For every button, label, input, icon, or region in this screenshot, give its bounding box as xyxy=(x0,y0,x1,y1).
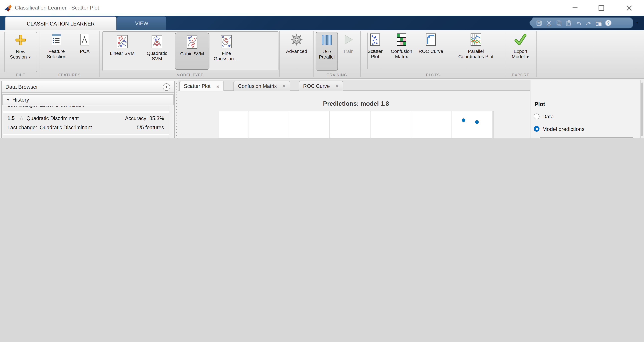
confusion-matrix-button[interactable]: ConfusionMatrix xyxy=(388,32,416,59)
history-list: Last change: Linear Discriminant 1.5 ☆ Q… xyxy=(3,106,173,138)
prediction-legend: Correct ✓ Incorrect ✓ xyxy=(540,137,633,138)
section-label-plots: PLOTS xyxy=(363,73,503,78)
parallel-coordinates-plot-button[interactable]: ParallelCoordinates Plot xyxy=(448,32,503,59)
model-type-linear-svm[interactable]: Linear SVM xyxy=(105,33,139,69)
model-type-fine-gaussian-[interactable]: FineGaussian ... xyxy=(210,33,243,69)
class-4-correct-point xyxy=(475,120,479,124)
help-icon[interactable]: ? xyxy=(605,19,612,26)
section-label-export: EXPORT xyxy=(506,73,534,78)
use-parallel-icon xyxy=(316,34,338,48)
ribbon-tab-classification-learner[interactable]: CLASSIFICATION LEARNER xyxy=(5,16,116,30)
y-tick-label: 2 xyxy=(212,137,215,138)
parcoords-plot-icon xyxy=(448,33,503,47)
close-tab-icon[interactable]: × xyxy=(216,83,220,89)
model-type-cubic-svm[interactable]: Cubic SVM xyxy=(175,33,210,70)
model-number: 1.5 xyxy=(8,116,15,121)
matlab-logo-icon xyxy=(4,3,13,14)
minimize-icon[interactable] xyxy=(568,3,582,12)
window-title: Classification Learner - Scatter Plot xyxy=(15,4,99,11)
data-browser-panel: Data Browser ▼ ▼ History Last change: Li… xyxy=(1,81,175,138)
section-label-features: FEATURES xyxy=(42,73,98,78)
plot-heading: Plot xyxy=(534,101,545,107)
scatter-plot-icon xyxy=(364,33,387,47)
data-browser-header: Data Browser ▼ xyxy=(2,81,174,93)
last-change-value: Quadratic Discriminant xyxy=(40,125,92,131)
history-scrollbar[interactable] xyxy=(169,106,172,138)
model-thumbnail-icon xyxy=(117,35,128,50)
close-tab-icon[interactable]: × xyxy=(336,83,339,89)
favorite-star-icon[interactable]: ☆ xyxy=(19,115,24,121)
plot-area[interactable] xyxy=(219,111,493,138)
scatter-plot-button[interactable]: ScatterPlot xyxy=(364,32,387,59)
feature-selection-button[interactable]: FeatureSelection xyxy=(43,32,70,59)
section-label-file: FILE xyxy=(4,73,37,78)
confusion-plot-icon xyxy=(388,33,416,47)
history-row-partial[interactable]: Last change: Linear Discriminant xyxy=(3,106,169,111)
quick-access-toolbar: ? xyxy=(529,17,633,28)
model-thumbnail-icon xyxy=(152,35,162,50)
doc-tab-roc-curve[interactable]: ROC Curve× xyxy=(298,81,343,91)
close-icon[interactable] xyxy=(622,3,636,12)
feature-selection-icon xyxy=(43,33,70,47)
new-session-button[interactable]: NewSession ▼ xyxy=(4,32,37,72)
model-type-gallery: Linear SVM QuadraticSVM Cubic SVM FineGa… xyxy=(102,31,278,71)
radio-model-predictions-label: Model predictions xyxy=(542,126,584,132)
undo-icon[interactable] xyxy=(575,19,582,26)
svg-text:?: ? xyxy=(607,20,610,25)
advanced-button[interactable]: Advanced xyxy=(282,32,312,54)
dropdown-arrow-icon: ▼ xyxy=(28,56,32,59)
paste-icon[interactable] xyxy=(565,19,572,26)
section-label-model-type: MODEL TYPE xyxy=(103,73,277,78)
copy-icon[interactable] xyxy=(555,19,562,26)
radio-model-predictions[interactable] xyxy=(534,126,540,132)
roc-plot-icon xyxy=(416,33,445,47)
doc-tab-confusion-matrix[interactable]: Confusion Matrix× xyxy=(234,81,290,91)
classification-learner-window: Classification Learner - Scatter Plot CL… xyxy=(0,0,644,138)
export-model-icon xyxy=(507,33,534,47)
use-parallel-button[interactable]: UseParallel xyxy=(316,32,338,71)
cut-icon[interactable] xyxy=(545,19,552,26)
train-icon xyxy=(339,33,358,47)
document-tab-bar: Scatter Plot×Confusion Matrix×ROC Curve× xyxy=(178,80,530,91)
class-4-correct-point xyxy=(462,118,465,122)
ribbon-toolbar: NewSession ▼ FeatureSelection PCA Linear… xyxy=(0,30,644,79)
quick-access-dropdown-icon[interactable]: ▼ xyxy=(635,21,639,25)
train-button[interactable]: Train xyxy=(339,32,358,54)
export-model-button[interactable]: ExportModel ▼ xyxy=(507,32,534,60)
scatter-plot-figure[interactable]: -3-2-10123-3-2-1012Predictions: model 1.… xyxy=(178,91,530,138)
model-thumbnail-icon xyxy=(187,35,198,50)
dropdown-arrow-icon: ▼ xyxy=(526,55,529,59)
gear-icon xyxy=(282,33,312,47)
ribbon-tab-view[interactable]: VIEW xyxy=(117,16,166,30)
pca-button[interactable]: PCA xyxy=(73,32,97,54)
model-thumbnail-icon xyxy=(221,35,232,50)
last-change-label: Last change: xyxy=(8,125,37,131)
model-name: Quadratic Discriminant xyxy=(26,116,78,121)
pca-icon xyxy=(73,33,97,47)
model-type-quadratic-svm[interactable]: QuadraticSVM xyxy=(140,33,174,69)
history-section-header[interactable]: ▼ History xyxy=(2,94,174,105)
history-item-1.6[interactable]: 1.6 ☆ SVMAccuracy:91.0% Last change: Lin… xyxy=(3,135,169,138)
save-icon[interactable] xyxy=(535,19,542,26)
history-item-1.5[interactable]: 1.5 ☆ Quadratic DiscriminantAccuracy:85.… xyxy=(3,113,169,134)
redo-icon[interactable] xyxy=(585,19,592,26)
accuracy-value: Accuracy:85.3% xyxy=(125,116,164,121)
plot-options-panel: Plot Data Model predictions Correct ✓ In… xyxy=(530,80,644,138)
panel-menu-icon[interactable]: ▼ xyxy=(163,83,170,91)
close-tab-icon[interactable]: × xyxy=(282,83,286,89)
radio-data[interactable] xyxy=(534,114,540,119)
plot-title: Predictions: model 1.8 xyxy=(323,100,389,107)
maximize-icon[interactable] xyxy=(594,3,608,12)
favorite-star-icon[interactable]: ☆ xyxy=(19,138,24,138)
collapse-triangle-icon: ▼ xyxy=(6,97,10,102)
new-session-icon xyxy=(4,34,37,48)
data-browser-title: Data Browser xyxy=(5,84,38,90)
layout-icon[interactable] xyxy=(595,19,602,26)
title-bar: Classification Learner - Scatter Plot xyxy=(0,0,644,16)
radio-data-label: Data xyxy=(542,114,554,120)
features-count: 5/5 features xyxy=(137,125,164,131)
panel-splitter[interactable] xyxy=(175,81,178,138)
doc-tab-scatter-plot[interactable]: Scatter Plot× xyxy=(179,81,224,91)
section-label-training: TRAINING xyxy=(315,73,359,78)
roc-curve-button[interactable]: ROC Curve xyxy=(416,32,445,54)
